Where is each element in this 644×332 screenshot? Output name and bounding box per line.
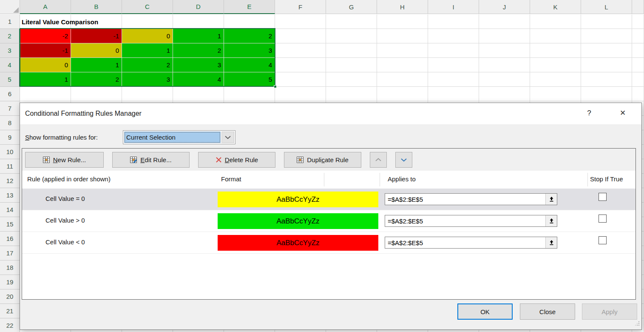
cell-H1[interactable] — [377, 14, 428, 29]
cell-H4[interactable] — [377, 58, 428, 72]
cell-L5[interactable] — [581, 72, 632, 87]
cell-J1[interactable] — [479, 14, 530, 29]
cell-x5[interactable] — [632, 72, 644, 87]
row-header-18[interactable]: 18 — [0, 260, 20, 275]
stop-if-true-checkbox[interactable] — [599, 236, 607, 244]
row-header-16[interactable]: 16 — [0, 232, 20, 246]
stop-if-true-checkbox[interactable] — [599, 215, 607, 223]
cell-G2[interactable] — [326, 29, 377, 43]
row-header-1[interactable]: 1 — [0, 14, 20, 29]
row-header-19[interactable]: 19 — [0, 275, 20, 289]
cell-C1[interactable] — [122, 14, 173, 29]
column-header-I[interactable]: I — [428, 0, 479, 14]
range-picker-icon[interactable] — [545, 215, 557, 226]
cell-D4[interactable]: 3 — [173, 58, 224, 72]
cell-J5[interactable] — [479, 72, 530, 87]
cell-D5[interactable]: 4 — [173, 72, 224, 87]
column-header-E[interactable]: E — [224, 0, 275, 14]
cell-A2[interactable]: -2 — [20, 29, 71, 43]
cell-I1[interactable] — [428, 14, 479, 29]
cell-K2[interactable] — [530, 29, 581, 43]
help-icon[interactable]: ? — [584, 109, 595, 119]
rule-row-2[interactable]: Cell Value > 0AaBbCcYyZz — [22, 210, 635, 232]
cell-J6[interactable] — [479, 87, 530, 101]
cell-L6[interactable] — [581, 87, 632, 101]
stop-if-true-checkbox[interactable] — [599, 193, 607, 201]
row-header-20[interactable]: 20 — [0, 289, 20, 304]
cell-L1[interactable] — [581, 14, 632, 29]
cell-B5[interactable]: 2 — [71, 72, 122, 87]
cell-H6[interactable] — [377, 87, 428, 101]
row-header-7[interactable]: 7 — [0, 101, 20, 116]
range-picker-icon[interactable] — [545, 237, 557, 248]
cell-x6[interactable] — [632, 87, 644, 101]
close-icon[interactable]: ✕ — [617, 109, 629, 120]
move-rule-down-button[interactable] — [395, 152, 412, 168]
cell-E4[interactable]: 4 — [224, 58, 275, 72]
cell-H5[interactable] — [377, 72, 428, 87]
column-header-D[interactable]: D — [173, 0, 224, 14]
cell-C5[interactable]: 3 — [122, 72, 173, 87]
cell-H2[interactable] — [377, 29, 428, 43]
cell-x2[interactable] — [632, 29, 644, 43]
cell-F5[interactable] — [275, 72, 326, 87]
row-header-9[interactable]: 9 — [0, 130, 20, 145]
cell-E6[interactable] — [224, 87, 275, 101]
cell-J4[interactable] — [479, 58, 530, 72]
cell-G4[interactable] — [326, 58, 377, 72]
close-button[interactable]: Close — [520, 303, 575, 320]
cell-A4[interactable]: 0 — [20, 58, 71, 72]
cell-I4[interactable] — [428, 58, 479, 72]
row-header-14[interactable]: 14 — [0, 203, 20, 217]
cell-D1[interactable] — [173, 14, 224, 29]
cell-J2[interactable] — [479, 29, 530, 43]
cell-E1[interactable] — [224, 14, 275, 29]
cell-G3[interactable] — [326, 43, 377, 58]
cell-B3[interactable]: 0 — [71, 43, 122, 58]
column-header-G[interactable]: G — [326, 0, 377, 14]
row-header-22[interactable]: 22 — [0, 318, 20, 332]
chevron-down-icon[interactable] — [221, 132, 234, 143]
cell-B4[interactable]: 1 — [71, 58, 122, 72]
rule-row-1[interactable]: Cell Value = 0AaBbCcYyZz — [22, 189, 635, 210]
cell-F6[interactable] — [275, 87, 326, 101]
row-header-17[interactable]: 17 — [0, 246, 20, 260]
select-all-corner[interactable] — [0, 0, 20, 14]
cell-L3[interactable] — [581, 43, 632, 58]
cell-E5[interactable]: 5 — [224, 72, 275, 87]
column-header-J[interactable]: J — [479, 0, 530, 14]
cell-x1[interactable] — [632, 14, 644, 29]
row-header-5[interactable]: 5 — [0, 72, 20, 87]
cell-G1[interactable] — [326, 14, 377, 29]
cell-F2[interactable] — [275, 29, 326, 43]
cell-A3[interactable]: -1 — [20, 43, 71, 58]
column-header-B[interactable]: B — [71, 0, 122, 14]
cell-C4[interactable]: 2 — [122, 58, 173, 72]
cell-G5[interactable] — [326, 72, 377, 87]
row-header-21[interactable]: 21 — [0, 304, 20, 318]
cell-x4[interactable] — [632, 58, 644, 72]
row-header-10[interactable]: 10 — [0, 145, 20, 159]
column-header-F[interactable]: F — [275, 0, 326, 14]
cell-B2[interactable]: -1 — [71, 29, 122, 43]
edit-rule-button[interactable]: Edit Rule... — [112, 152, 190, 168]
cell-K1[interactable] — [530, 14, 581, 29]
cell-K6[interactable] — [530, 87, 581, 101]
cell-C6[interactable] — [122, 87, 173, 101]
cell-L2[interactable] — [581, 29, 632, 43]
rule-row-3[interactable]: Cell Value < 0AaBbCcYyZz — [22, 232, 635, 254]
cell-G6[interactable] — [326, 87, 377, 101]
column-header-A[interactable]: A — [20, 0, 71, 14]
duplicate-rule-button[interactable]: Duplicate Rule — [284, 152, 361, 168]
resize-grip[interactable] — [635, 320, 640, 327]
cell-C2[interactable]: 0 — [122, 29, 173, 43]
cell-I3[interactable] — [428, 43, 479, 58]
cell-D2[interactable]: 1 — [173, 29, 224, 43]
cell-E2[interactable]: 2 — [224, 29, 275, 43]
row-header-11[interactable]: 11 — [0, 159, 20, 174]
delete-rule-button[interactable]: Delete Rule — [198, 152, 275, 168]
cell-F3[interactable] — [275, 43, 326, 58]
applies-to-input[interactable] — [385, 237, 545, 248]
row-header-3[interactable]: 3 — [0, 43, 20, 58]
cell-K4[interactable] — [530, 58, 581, 72]
